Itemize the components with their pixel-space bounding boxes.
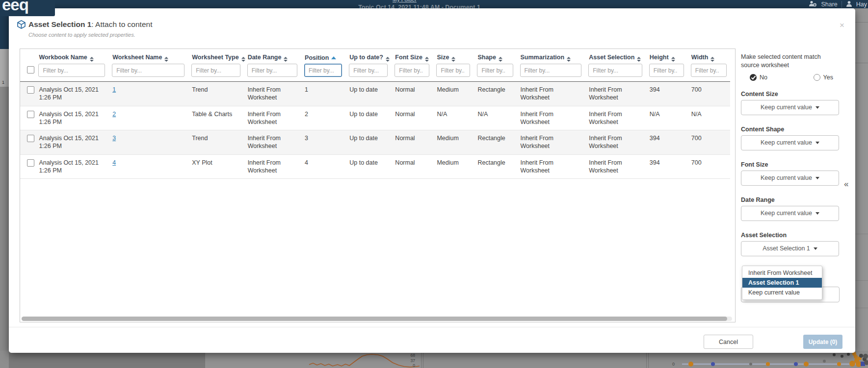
cell-font_size: Normal (391, 106, 433, 130)
section-label-font-size: Font Size (741, 161, 839, 168)
worksheet-link[interactable]: 3 (112, 135, 116, 142)
breadcrumb[interactable]: My Folder (0, 0, 809, 2)
filter-input-summarization[interactable] (520, 64, 582, 77)
worksheet-link[interactable]: 1 (112, 86, 116, 93)
cell-position: 1 (301, 82, 345, 106)
sort-icon[interactable] (710, 57, 714, 62)
column-header-size[interactable]: Size (433, 49, 473, 63)
column-header-date_range[interactable]: Date Range (244, 49, 301, 63)
sort-icon[interactable] (90, 57, 94, 62)
cell-workbook_name: Analysis Oct 15, 2021 1:26 PM (35, 130, 108, 155)
filter-input-asset_selection[interactable] (588, 64, 642, 77)
worksheet-link[interactable]: 4 (112, 159, 116, 166)
menu-item[interactable]: Asset Selection 1 (742, 278, 822, 288)
column-header-asset_selection[interactable]: Asset Selection (585, 49, 646, 63)
column-header-worksheet_type[interactable]: Worksheet Type (188, 49, 243, 63)
filter-input-size[interactable] (436, 64, 470, 77)
radio-no[interactable]: No (750, 74, 767, 81)
sort-icon[interactable] (241, 57, 245, 62)
filter-input-up_to_date[interactable] (349, 64, 388, 77)
cell-height: 394 (646, 130, 687, 155)
dropdown-date-range[interactable]: Keep current value (741, 206, 839, 221)
table-row: Analysis Oct 15, 2021 1:26 PM3TrendInher… (20, 130, 730, 155)
page-margin-number: 1 (2, 80, 4, 85)
filter-input-font_size[interactable] (395, 64, 429, 77)
column-header-shape[interactable]: Shape (473, 49, 516, 63)
modal-footer: Cancel Update (0) (9, 327, 855, 353)
cell-up_to_date: Up to date (345, 106, 391, 130)
cell-worksheet_name: 4 (108, 154, 188, 179)
column-header-position[interactable]: Position (301, 49, 345, 63)
scrollbar-thumb[interactable] (22, 317, 727, 321)
page-right-edge (855, 8, 868, 368)
dropdown-content-shape[interactable]: Keep current value (741, 135, 839, 150)
horizontal-scrollbar[interactable] (22, 317, 732, 321)
column-header-height[interactable]: Height (646, 49, 687, 63)
radio-yes[interactable]: Yes (814, 74, 833, 81)
dropdown-font-size[interactable]: Keep current value (741, 171, 839, 186)
row-checkbox[interactable] (27, 111, 34, 118)
row-checkbox[interactable] (27, 159, 34, 167)
row-checkbox[interactable] (27, 86, 34, 94)
sort-icon[interactable] (164, 57, 168, 62)
select-all-checkbox[interactable] (27, 66, 34, 74)
column-header-worksheet_name[interactable]: Worksheet Name (108, 49, 188, 63)
cell-worksheet_type: Trend (188, 82, 243, 106)
sort-icon[interactable] (284, 57, 288, 62)
column-header-select (20, 49, 35, 63)
column-header-summarization[interactable]: Summarization (517, 49, 585, 63)
cube-icon (17, 20, 26, 31)
column-header-width[interactable]: Width (687, 49, 730, 63)
dropdown-asset-selection[interactable]: Asset Selection 1 (741, 241, 839, 256)
cell-select (20, 82, 35, 106)
column-header-up_to_date[interactable]: Up to date? (345, 49, 391, 63)
column-header-font_size[interactable]: Font Size (391, 49, 433, 63)
content-table: Workbook NameWorksheet NameWorksheet Typ… (20, 49, 730, 179)
cell-asset_selection: Inherit From Worksheet (585, 82, 646, 106)
cell-worksheet_name: 3 (108, 130, 188, 155)
sort-icon[interactable] (567, 57, 571, 62)
sort-icon[interactable] (499, 57, 502, 62)
topbar-divider (842, 1, 842, 8)
cancel-button[interactable]: Cancel (704, 335, 753, 349)
filter-input-width[interactable] (691, 64, 727, 77)
filter-input-worksheet_name[interactable] (112, 64, 184, 77)
cell-summarization: Inherit From Worksheet (517, 130, 585, 155)
column-header-workbook_name[interactable]: Workbook Name (35, 49, 108, 63)
share-icon (809, 0, 817, 8)
cell-position: 2 (301, 106, 345, 130)
user-menu[interactable]: Hay (856, 1, 867, 8)
sort-icon[interactable] (331, 56, 336, 59)
sort-icon[interactable] (425, 57, 429, 62)
share-button[interactable]: Share (821, 1, 837, 8)
app-logo[interactable]: eeq (2, 0, 28, 14)
dropdown-content-size[interactable]: Keep current value (741, 100, 839, 115)
filter-input-position[interactable] (304, 64, 342, 77)
sort-icon[interactable] (451, 57, 455, 62)
cell-up_to_date: Up to date (345, 154, 391, 179)
sort-icon[interactable] (386, 57, 390, 62)
filter-input-height[interactable] (649, 64, 684, 77)
update-button[interactable]: Update (0) (803, 335, 842, 349)
cell-asset_selection: Inherit From Worksheet (585, 106, 646, 130)
cell-select (20, 130, 35, 155)
table-row: Analysis Oct 15, 2021 1:26 PM2Table & Ch… (20, 106, 730, 130)
worksheet-link[interactable]: 2 (112, 111, 116, 118)
section-label-date-range: Date Range (741, 196, 839, 203)
filter-input-worksheet_type[interactable] (191, 64, 240, 77)
row-checkbox[interactable] (27, 135, 34, 142)
filter-input-shape[interactable] (477, 64, 513, 77)
background-scatter-zero: 0 (672, 362, 675, 367)
filter-input-workbook_name[interactable] (38, 64, 105, 77)
cell-workbook_name: Analysis Oct 15, 2021 1:26 PM (35, 106, 108, 130)
cell-width: 700 (687, 130, 730, 155)
close-icon[interactable]: × (840, 21, 844, 29)
sort-icon[interactable] (637, 57, 641, 62)
filter-input-date_range[interactable] (247, 64, 297, 77)
menu-item[interactable]: Keep current value (742, 288, 822, 297)
attach-to-content-modal: × Asset Selection 1: Attach to content C… (9, 8, 855, 353)
menu-item[interactable]: Inherit From Worksheet (742, 268, 822, 278)
collapse-panel-icon[interactable]: « (844, 179, 848, 189)
sort-icon[interactable] (671, 57, 675, 62)
section-label-asset-selection: Asset Selection (741, 232, 839, 239)
